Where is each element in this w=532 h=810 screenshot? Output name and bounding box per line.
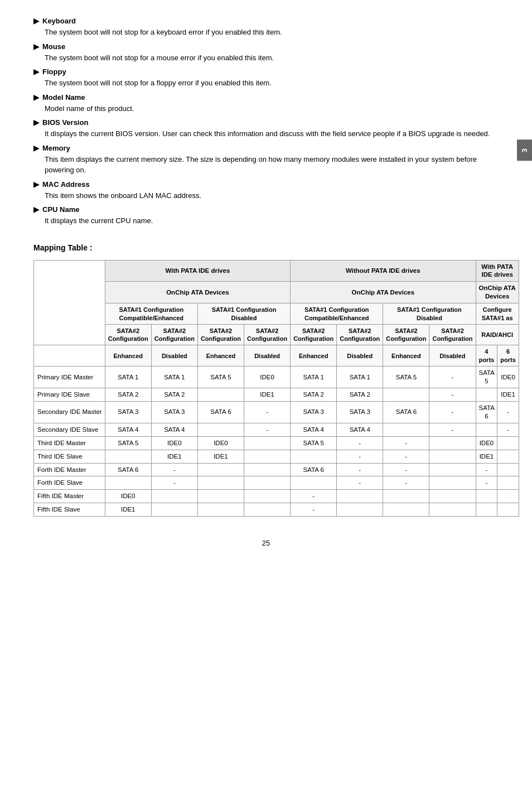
cell-5-1: IDE1 (151, 450, 197, 463)
cell-1-8 (476, 388, 497, 401)
cell-0-1: SATA 1 (151, 367, 197, 388)
section-cpu-name: ▶CPU NameIt displays the current CPU nam… (33, 205, 499, 226)
with-pata-drives-header: With PATA IDE drives (476, 260, 519, 282)
row-label-8: Fifth IDE Master (34, 490, 105, 503)
section-title-floppy: ▶Floppy (33, 68, 499, 76)
cell-6-5: - (337, 463, 383, 476)
cell-4-9 (497, 436, 519, 450)
col-enhanced-3: Enhanced (291, 345, 337, 367)
cell-3-0: SATA 4 (105, 423, 151, 436)
sata1-config3-header: SATA#1 ConfigurationCompatible/Enhanced (291, 303, 383, 325)
cell-0-6: SATA 5 (383, 367, 429, 388)
table-row: Primary IDE MasterSATA 1SATA 1SATA 5IDE0… (34, 367, 519, 388)
cell-4-5: - (337, 436, 383, 450)
table-row: Fifth IDE MasterIDE0- (34, 490, 519, 503)
cell-6-0: SATA 6 (105, 463, 151, 476)
section-desc-mouse: The system boot will not stop for a mous… (45, 52, 499, 64)
table-row: Secondary IDE MasterSATA 3SATA 3SATA 6-S… (34, 401, 519, 423)
sata2-config5-header: SATA#2 Configuration (291, 324, 337, 345)
cell-4-2: IDE0 (197, 436, 244, 450)
section-desc-floppy: The system boot will not stop for a flop… (45, 78, 499, 89)
cell-1-3: IDE1 (244, 388, 291, 401)
col-4ports: 4 ports (476, 345, 497, 367)
cell-2-3: - (244, 401, 291, 423)
row-label-9: Fifth IDE Slave (34, 503, 105, 517)
sata2-config8-header: SATA#2 Configuration (429, 324, 476, 345)
cell-7-7 (429, 476, 476, 490)
cell-9-0: IDE1 (105, 503, 151, 517)
cell-4-8: IDE0 (476, 436, 497, 450)
section-floppy: ▶FloppyThe system boot will not stop for… (33, 68, 499, 89)
sata2-config4-header: SATA#2 Configuration (244, 324, 291, 345)
arrow-icon-floppy: ▶ (33, 68, 39, 76)
without-pata-header: Without PATA IDE drives (291, 260, 476, 282)
section-desc-keyboard: The system boot will not stop for a keyb… (45, 27, 499, 38)
cell-2-9: - (497, 401, 519, 423)
onchip-ata2-header: OnChip ATA Devices (291, 282, 476, 303)
col-enhanced-4: Enhanced (383, 345, 429, 367)
cell-2-0: SATA 3 (105, 401, 151, 423)
cell-1-1: SATA 2 (151, 388, 197, 401)
cell-3-8 (476, 423, 497, 436)
cell-4-4: SATA 5 (291, 436, 337, 450)
arrow-icon-cpu-name: ▶ (33, 205, 39, 214)
sata2-config1-header: SATA#2 Configuration (105, 324, 151, 345)
col-disabled-2: Disabled (244, 345, 291, 367)
cell-4-0: SATA 5 (105, 436, 151, 450)
section-title-text-model-name: Model Name (42, 93, 85, 102)
cell-8-7 (429, 490, 476, 503)
cell-3-5: SATA 4 (337, 423, 383, 436)
col-disabled-1: Disabled (151, 345, 197, 367)
row-label-7: Forth IDE Slave (34, 476, 105, 490)
row-label-1: Primary IDE Slave (34, 388, 105, 401)
cell-4-1: IDE0 (151, 436, 197, 450)
arrow-icon-bios-version: ▶ (33, 118, 39, 127)
row-label-6: Forth IDE Master (34, 463, 105, 476)
cell-6-6: - (383, 463, 429, 476)
cell-2-2: SATA 6 (197, 401, 244, 423)
section-title-cpu-name: ▶CPU Name (33, 205, 499, 214)
cell-8-4: - (291, 490, 337, 503)
cell-4-6: - (383, 436, 429, 450)
cell-7-5: - (337, 476, 383, 490)
cell-7-9 (497, 476, 519, 490)
cell-5-9 (497, 450, 519, 463)
cell-0-5: SATA 1 (337, 367, 383, 388)
cell-5-6: - (383, 450, 429, 463)
arrow-icon-mouse: ▶ (33, 42, 39, 51)
arrow-icon-memory: ▶ (33, 144, 39, 152)
section-desc-cpu-name: It displays the current CPU name. (45, 215, 499, 226)
sata1-config4-header: SATA#1 ConfigurationDisabled (383, 303, 476, 325)
cell-0-9: IDE0 (497, 367, 519, 388)
col-disabled-3: Disabled (337, 345, 383, 367)
col-enhanced-2: Enhanced (197, 345, 244, 367)
cell-5-8: IDE1 (476, 450, 497, 463)
cell-4-7 (429, 436, 476, 450)
cell-2-5: SATA 3 (337, 401, 383, 423)
cell-2-7: - (429, 401, 476, 423)
table-row: Third IDE SlaveIDE1IDE1--IDE1 (34, 450, 519, 463)
cell-5-2: IDE1 (197, 450, 244, 463)
cell-6-8: - (476, 463, 497, 476)
sata1-config2-header: SATA#1 ConfigurationDisabled (197, 303, 290, 325)
cell-3-6 (383, 423, 429, 436)
cell-9-1 (151, 503, 197, 517)
cell-3-3: - (244, 423, 291, 436)
cell-0-7: - (429, 367, 476, 388)
cell-8-0: IDE0 (105, 490, 151, 503)
sata2-config6-header: SATA#2 Configuration (337, 324, 383, 345)
cell-8-2 (197, 490, 244, 503)
cell-3-2 (197, 423, 244, 436)
cell-1-6 (383, 388, 429, 401)
mapping-title: Mapping Table : (33, 243, 499, 252)
cell-8-6 (383, 490, 429, 503)
section-desc-mac-address: This item shows the onboard LAN MAC addr… (45, 190, 499, 201)
cell-9-9 (497, 503, 519, 517)
row-label-3: Secondary IDE Slave (34, 423, 105, 436)
section-mac-address: ▶MAC AddressThis item shows the onboard … (33, 180, 499, 201)
row-label-0: Primary IDE Master (34, 367, 105, 388)
section-mouse: ▶MouseThe system boot will not stop for … (33, 42, 499, 64)
cell-6-4: SATA 6 (291, 463, 337, 476)
cell-0-3: IDE0 (244, 367, 291, 388)
cell-9-2 (197, 503, 244, 517)
